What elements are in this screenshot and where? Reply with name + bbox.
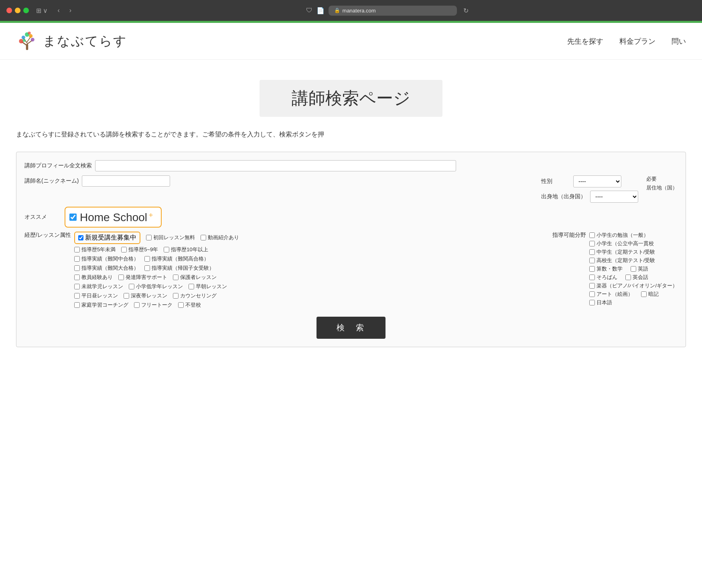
subject-elementary-integrated[interactable]: 小学生（公立中高一貫校: [589, 240, 678, 247]
subject-soroban[interactable]: そろばん: [589, 274, 617, 281]
checkbox-preschool[interactable]: 未就学児レッスン: [74, 283, 123, 290]
minimize-button[interactable]: [15, 8, 20, 13]
subject-japanese[interactable]: 日本語: [589, 299, 678, 306]
checkbox-counseling[interactable]: カウンセリング: [173, 292, 217, 299]
search-button[interactable]: 検 索: [317, 317, 385, 339]
checkbox-exp-10plus[interactable]: 指導歴10年以上: [164, 246, 208, 253]
subject-english[interactable]: 英語: [631, 265, 648, 273]
checkbox-school-refusal[interactable]: 不登校: [178, 301, 201, 309]
svg-point-6: [22, 36, 25, 39]
subject-math[interactable]: 算数・数学: [589, 265, 623, 273]
header-nav: 先生を探す 料金プラン 問い: [567, 37, 686, 46]
highlighted-checkbox-wrapper: 新規受講生募集中: [74, 232, 140, 244]
logo-icon: [16, 30, 38, 52]
logo-area: まなぶてらす: [16, 30, 127, 52]
subject-elementary-general[interactable]: 小学生の勉強（一般）: [589, 232, 678, 239]
forward-button[interactable]: ›: [67, 6, 74, 15]
origin-row: 出身地（出身国） ----: [541, 191, 638, 203]
home-school-checkbox[interactable]: [69, 214, 77, 221]
origin-label: 出身地（出身国）: [541, 193, 586, 200]
site-header: まなぶてらす 先生を探す 料金プラン 問い: [0, 23, 702, 60]
tab-icon: 📄: [317, 7, 325, 14]
residence-label: 居住地（国）: [646, 184, 678, 191]
home-school-text: Home School＋: [80, 210, 154, 224]
close-button[interactable]: [6, 8, 12, 13]
checkbox-exp-5-9[interactable]: 指導歴5~9年: [121, 246, 158, 253]
main-content: 講師検索ページ まなぶてらすに登録されている講師を検索することができます。ご希望…: [0, 60, 702, 363]
sidebar-toggle-button[interactable]: ⊞ ∨: [34, 6, 50, 15]
history-label: 経歴/レッスン属性: [24, 232, 71, 239]
nav-find-teacher[interactable]: 先生を探す: [567, 37, 603, 46]
checkbox-early-morning[interactable]: 早朝レッスン: [189, 283, 227, 290]
url-text: manatera.com: [343, 8, 376, 14]
checkbox-teacher-exp[interactable]: 教員経験あり: [74, 274, 113, 281]
svg-point-9: [31, 38, 34, 41]
nav-pricing[interactable]: 料金プラン: [619, 37, 655, 46]
checkbox-late-night[interactable]: 深夜帯レッスン: [124, 292, 167, 299]
subject-high-school[interactable]: 高校生（定期テスト/受験: [589, 257, 678, 264]
page-description: まなぶてらすに登録されている講師を検索することができます。ご希望の条件を入力して…: [16, 129, 686, 140]
checkbox-returnee[interactable]: 指導実績（帰国子女受験）: [144, 264, 214, 272]
checkbox-weekday-noon[interactable]: 平日昼レッスン: [74, 292, 118, 299]
checkbox-free-talk[interactable]: フリートーク: [134, 301, 172, 309]
subjects-area: 指導可能分野 小学生の勉強（一般） 小学生（公立中高一貫校 中学生（定期テスト/…: [552, 232, 678, 306]
checkbox-row-3: 指導実績（難関中合格） 指導実績（難関高合格）: [74, 255, 544, 262]
home-school-plus-icon: ＋: [147, 211, 154, 219]
page-title-bg: 講師検索ページ: [260, 80, 442, 117]
right-labels: 必要 居住地（国）: [646, 175, 678, 191]
subject-memorization[interactable]: 暗記: [641, 291, 659, 298]
gender-select[interactable]: ----: [573, 175, 621, 187]
checkbox-guardian[interactable]: 保護者レッスン: [173, 274, 217, 281]
name-group: 講師名(ニックネーム): [24, 175, 170, 187]
origin-select[interactable]: ----: [590, 191, 638, 203]
profile-search-input[interactable]: [95, 160, 456, 171]
checkbox-difficult-high[interactable]: 指導実績（難関高合格）: [144, 255, 209, 262]
subjects-grid: 小学生の勉強（一般） 小学生（公立中高一貫校 中学生（定期テスト/受験 高校生（…: [589, 232, 678, 306]
lock-icon: 🔒: [334, 8, 340, 13]
required-label: 必要: [646, 175, 678, 183]
address-bar[interactable]: 🔒 manatera.com: [329, 6, 457, 16]
checkbox-difficult-uni[interactable]: 指導実績（難関大合格）: [74, 264, 139, 272]
svg-point-8: [29, 34, 32, 38]
shield-icon: 🛡: [306, 7, 312, 14]
osusume-label: オススメ: [24, 214, 61, 221]
subject-english-conversation[interactable]: 英会話: [625, 274, 648, 281]
profile-search-row: 講師プロフィール全文検索: [24, 160, 678, 171]
search-btn-row: 検 索: [24, 317, 678, 339]
checkboxes-main: 経歴/レッスン属性 新規受講生募集中 初回レッスン無料: [24, 232, 544, 309]
checkbox-new-students-label: 新規受講生募集中: [85, 234, 136, 242]
checkbox-row-2: 指導歴5年未満 指導歴5~9年 指導歴10年以上: [74, 246, 544, 253]
traffic-lights: [6, 8, 29, 13]
checkbox-row-4: 指導実績（難関大合格） 指導実績（帰国子女受験）: [74, 264, 544, 272]
checkbox-row-8: 家庭学習コーチング フリートーク 不登校: [74, 301, 544, 309]
checkbox-disability[interactable]: 発達障害サポート: [118, 274, 167, 281]
nav-inquiry[interactable]: 問い: [672, 37, 686, 46]
svg-point-5: [19, 39, 23, 43]
browser-chrome: ⊞ ∨ ‹ › 🛡 📄 🔒 manatera.com ↻: [0, 0, 702, 21]
refresh-button[interactable]: ↻: [463, 7, 469, 14]
name-input[interactable]: [82, 175, 170, 187]
name-label: 講師名(ニックネーム): [24, 177, 79, 185]
search-form: 講師プロフィール全文検索 講師名(ニックネーム) 性別 ---- 出: [16, 152, 686, 347]
checkbox-row-5: 教員経験あり 発達障害サポート 保護者レッスン: [74, 274, 544, 281]
subject-instruments[interactable]: 楽器（ピアノ/バイオリン/ギター）: [589, 282, 678, 289]
back-button[interactable]: ‹: [55, 6, 62, 15]
subject-middle-school[interactable]: 中学生（定期テスト/受験: [589, 248, 678, 256]
svg-point-10: [28, 32, 30, 35]
checkbox-new-students[interactable]: [78, 235, 83, 240]
checkbox-row-7: 平日昼レッスン 深夜帯レッスン カウンセリング: [74, 292, 544, 299]
svg-point-11: [23, 39, 26, 42]
checkbox-row-1: 新規受講生募集中 初回レッスン無料 動画紹介あり: [74, 232, 544, 244]
checkbox-free-first[interactable]: 初回レッスン無料: [146, 234, 195, 241]
checkbox-home-study[interactable]: 家庭学習コーチング: [74, 301, 128, 309]
page-title: 講師検索ページ: [292, 87, 410, 110]
checkbox-elementary-low[interactable]: 小学低学年レッスン: [129, 283, 183, 290]
addressbar-area: 🛡 📄 🔒 manatera.com ↻: [79, 6, 696, 16]
subject-art[interactable]: アート（絵画）: [589, 291, 633, 298]
checkbox-exp-under5[interactable]: 指導歴5年未満: [74, 246, 116, 253]
fullscreen-button[interactable]: [23, 8, 29, 13]
logo-text[interactable]: まなぶてらす: [43, 33, 127, 50]
checkbox-row-6: 未就学児レッスン 小学低学年レッスン 早朝レッスン: [74, 283, 544, 290]
checkbox-video[interactable]: 動画紹介あり: [201, 234, 239, 241]
checkbox-difficult-middle[interactable]: 指導実績（難関中合格）: [74, 255, 139, 262]
